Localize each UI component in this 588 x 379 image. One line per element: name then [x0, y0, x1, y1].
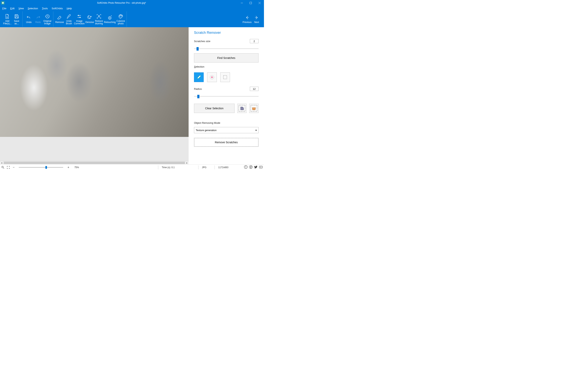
scratches-size-input[interactable]: [250, 39, 259, 43]
next-button[interactable]: Next: [252, 14, 261, 24]
svg-line-27: [3, 168, 4, 168]
moon-sparkle-icon: [87, 15, 92, 21]
zoom-in-button[interactable]: +: [67, 166, 70, 169]
eraser-icon: [57, 15, 62, 21]
chevron-down-icon: ▾: [255, 129, 257, 132]
svg-point-19: [120, 15, 121, 16]
radius-input[interactable]: [250, 87, 259, 91]
svg-rect-23: [223, 76, 227, 79]
svg-rect-8: [16, 15, 17, 16]
scroll-right-button[interactable]: ►: [185, 161, 189, 164]
status-time: Time (s): 0.1: [162, 166, 175, 169]
arrow-left-icon: [245, 15, 250, 21]
save-selection-button[interactable]: [237, 104, 246, 113]
find-scratches-button[interactable]: Find Scratches: [194, 53, 259, 63]
svg-point-17: [109, 17, 110, 18]
zoom-slider[interactable]: [19, 167, 63, 168]
eraser-circle-icon: [209, 75, 215, 80]
svg-rect-3: [250, 2, 252, 4]
load-selection-button[interactable]: [249, 104, 259, 113]
image-correction-button[interactable]: Image Correction: [74, 13, 85, 26]
zoom-out-button[interactable]: −: [12, 166, 15, 169]
twitter-icon[interactable]: [254, 165, 258, 170]
redo-icon: [35, 15, 41, 21]
history-icon: [45, 13, 50, 19]
sliders-icon: [77, 13, 82, 19]
close-button[interactable]: [255, 0, 264, 6]
status-dimensions: 1172x663: [218, 166, 229, 169]
brush-icon: [66, 13, 72, 19]
window-title: SoftOrbits Photo Retoucher Pro - old-pho…: [6, 1, 237, 4]
menu-edit[interactable]: Edit: [10, 7, 15, 10]
arrow-right-icon: [254, 15, 259, 21]
denoise-button[interactable]: Denoise: [85, 14, 94, 24]
youtube-icon[interactable]: [259, 165, 263, 170]
svg-point-16: [108, 16, 111, 19]
facebook-icon[interactable]: [249, 165, 253, 170]
scroll-left-button[interactable]: ◄: [0, 161, 3, 164]
horizontal-scrollbar[interactable]: ◄ ►: [0, 161, 189, 164]
scratches-size-slider[interactable]: [194, 47, 259, 51]
photo-preview: [0, 27, 189, 137]
svg-point-18: [119, 16, 120, 16]
scroll-thumb[interactable]: [4, 162, 185, 164]
redo-button[interactable]: Redo: [33, 14, 43, 24]
info-icon[interactable]: [244, 165, 248, 170]
rectangle-select-tool[interactable]: [220, 72, 230, 82]
colorize-photo-button[interactable]: Colorize photo: [116, 13, 125, 26]
svg-point-1: [2, 2, 4, 4]
menu-softorbits[interactable]: SoftOrbits: [52, 7, 63, 10]
side-panel: Scratch Remover Scratches size Find Scra…: [189, 27, 264, 164]
zoom-slider-thumb[interactable]: [45, 166, 47, 169]
zoom-value: 75%: [74, 166, 79, 169]
original-image-button[interactable]: Original Image: [43, 13, 52, 26]
clear-selection-button[interactable]: Clear Selection: [194, 104, 235, 113]
focus-person-icon: [96, 13, 102, 19]
undo-brush-button[interactable]: Undo Brush: [64, 13, 74, 26]
slider-thumb[interactable]: [197, 95, 199, 98]
panel-title: Scratch Remover: [194, 31, 259, 35]
menu-tools[interactable]: Tools: [42, 7, 48, 10]
fit-screen-button[interactable]: [7, 166, 10, 169]
menu-help[interactable]: Help: [67, 7, 72, 10]
scroll-track[interactable]: [3, 161, 185, 164]
retouching-button[interactable]: Retouching: [104, 14, 116, 24]
main-area: ◄ ► Scratch Remover Scratches size Find …: [0, 27, 264, 164]
minimize-button[interactable]: [237, 0, 246, 6]
save-as-button[interactable]: Save as...: [12, 13, 21, 26]
marker-tool[interactable]: [194, 72, 204, 82]
toolbar: Add File(s)... Save as... Undo Redo Orig…: [0, 11, 264, 27]
palette-icon: [118, 13, 123, 19]
previous-button[interactable]: Previous: [242, 14, 252, 24]
radius-label: Radius: [194, 87, 202, 90]
svg-text:1: 1: [2, 166, 3, 168]
remove-scratches-button[interactable]: Remove Scratches: [194, 138, 259, 147]
svg-rect-9: [16, 17, 18, 18]
object-removing-mode-dropdown[interactable]: Texture generation ▾: [194, 127, 259, 133]
menu-view[interactable]: View: [18, 7, 24, 10]
undo-button[interactable]: Undo: [24, 14, 33, 24]
menu-selection[interactable]: Selection: [28, 7, 38, 10]
svg-point-20: [121, 16, 122, 16]
save-selection-icon: [237, 104, 246, 113]
statusbar: 1 − + 75% Time (s): 0.1 JPG 1172x663: [0, 164, 264, 170]
app-icon: [1, 1, 5, 5]
menu-file[interactable]: File: [2, 7, 6, 10]
add-file-icon: [5, 13, 10, 19]
scratches-size-label: Scratches size: [194, 40, 211, 43]
radius-slider[interactable]: [194, 95, 259, 98]
undo-icon: [26, 15, 32, 21]
zoom-reset-button[interactable]: 1: [1, 166, 5, 169]
maximize-button[interactable]: [246, 0, 255, 6]
titlebar: SoftOrbits Photo Retoucher Pro - old-pho…: [0, 0, 264, 6]
slider-thumb[interactable]: [196, 47, 199, 51]
save-icon: [14, 13, 19, 19]
remove-button[interactable]: Remove: [55, 14, 64, 24]
reduce-blurring-button[interactable]: Reduce blurring: [94, 13, 104, 26]
eraser-tool[interactable]: [207, 72, 217, 82]
dropdown-value: Texture generation: [196, 129, 217, 132]
canvas-viewport[interactable]: [0, 27, 189, 161]
status-format: JPG: [202, 166, 206, 169]
add-files-button[interactable]: Add File(s)...: [3, 13, 12, 26]
menubar: File Edit View Selection Tools SoftOrbit…: [0, 6, 264, 11]
